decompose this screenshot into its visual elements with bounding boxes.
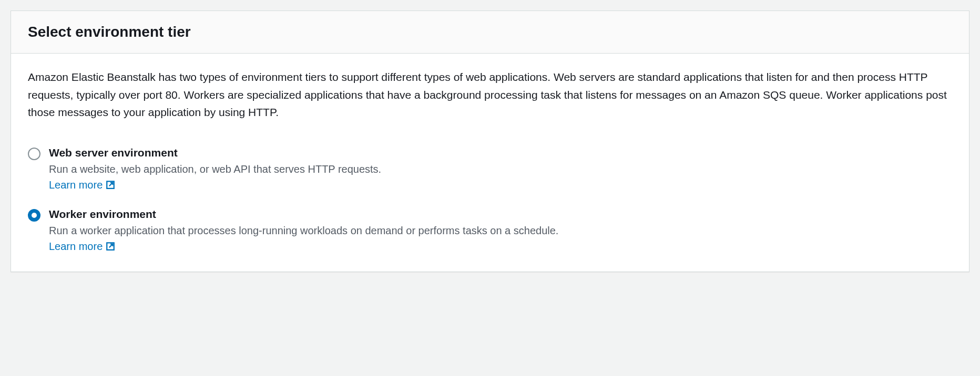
- learn-more-link-worker[interactable]: Learn more: [49, 241, 115, 253]
- radio-web-server[interactable]: [28, 148, 40, 160]
- panel-description: Amazon Elastic Beanstalk has two types o…: [28, 68, 952, 121]
- option-content: Worker environment Run a worker applicat…: [49, 208, 952, 253]
- panel-body: Amazon Elastic Beanstalk has two types o…: [11, 54, 969, 271]
- option-desc-web-server: Run a website, web application, or web A…: [49, 161, 952, 177]
- option-worker[interactable]: Worker environment Run a worker applicat…: [28, 208, 952, 253]
- option-content: Web server environment Run a website, we…: [49, 147, 952, 191]
- option-web-server[interactable]: Web server environment Run a website, we…: [28, 147, 952, 191]
- external-link-icon: [106, 180, 115, 190]
- option-title-web-server: Web server environment: [49, 147, 952, 159]
- learn-more-text: Learn more: [49, 241, 103, 253]
- learn-more-link-web-server[interactable]: Learn more: [49, 179, 115, 191]
- learn-more-text: Learn more: [49, 179, 103, 191]
- radio-worker[interactable]: [28, 209, 40, 222]
- option-desc-worker: Run a worker application that processes …: [49, 223, 952, 238]
- environment-tier-panel: Select environment tier Amazon Elastic B…: [11, 11, 969, 272]
- panel-header: Select environment tier: [11, 11, 969, 54]
- radio-wrapper: [28, 209, 40, 222]
- radio-wrapper: [28, 148, 40, 160]
- external-link-icon: [106, 242, 115, 251]
- panel-title: Select environment tier: [28, 24, 952, 40]
- option-title-worker: Worker environment: [49, 208, 952, 221]
